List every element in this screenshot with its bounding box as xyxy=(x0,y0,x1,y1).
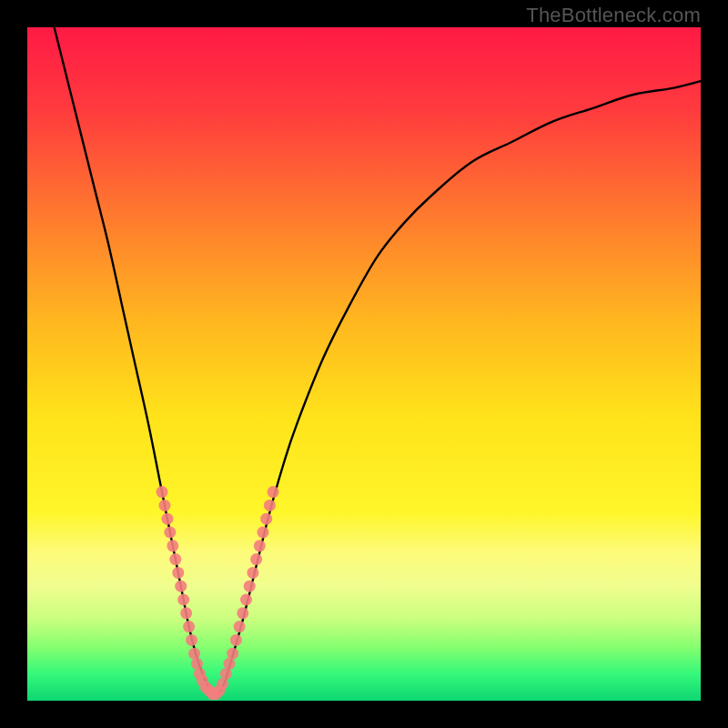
scatter-point xyxy=(186,634,197,646)
scatter-point xyxy=(183,621,195,632)
chart-svg xyxy=(27,27,701,701)
scatter-point xyxy=(250,553,262,565)
scatter-point xyxy=(172,567,184,579)
scatter-point xyxy=(177,594,189,606)
scatter-point xyxy=(254,540,266,551)
scatter-point xyxy=(180,607,192,619)
scatter-point xyxy=(227,648,238,660)
scatter-point xyxy=(258,527,269,539)
scatter-point xyxy=(240,594,252,606)
scatter-point xyxy=(237,607,248,619)
bottleneck-curve xyxy=(55,27,701,694)
scatter-point xyxy=(167,540,178,551)
scatter-point xyxy=(188,648,200,660)
scatter-point xyxy=(157,486,168,498)
scatter-point xyxy=(158,500,170,511)
outer-frame: TheBottleneck.com xyxy=(0,0,728,728)
scatter-point xyxy=(234,621,246,632)
scatter-point xyxy=(230,634,242,646)
watermark-text: TheBottleneck.com xyxy=(526,4,701,27)
scatter-point xyxy=(244,581,256,592)
scatter-point xyxy=(175,581,187,592)
scatter-point xyxy=(169,553,181,565)
scatter-point xyxy=(268,486,279,498)
scatter-point xyxy=(220,668,232,680)
scatter-point xyxy=(164,527,176,539)
scatter-point xyxy=(264,500,276,511)
scatter-point xyxy=(260,513,272,525)
scatter-points xyxy=(157,486,279,700)
scatter-point xyxy=(224,658,236,670)
scatter-point xyxy=(191,658,203,670)
plot-area xyxy=(27,27,701,701)
scatter-point xyxy=(247,567,258,579)
scatter-point xyxy=(217,678,228,690)
scatter-point xyxy=(161,513,173,525)
